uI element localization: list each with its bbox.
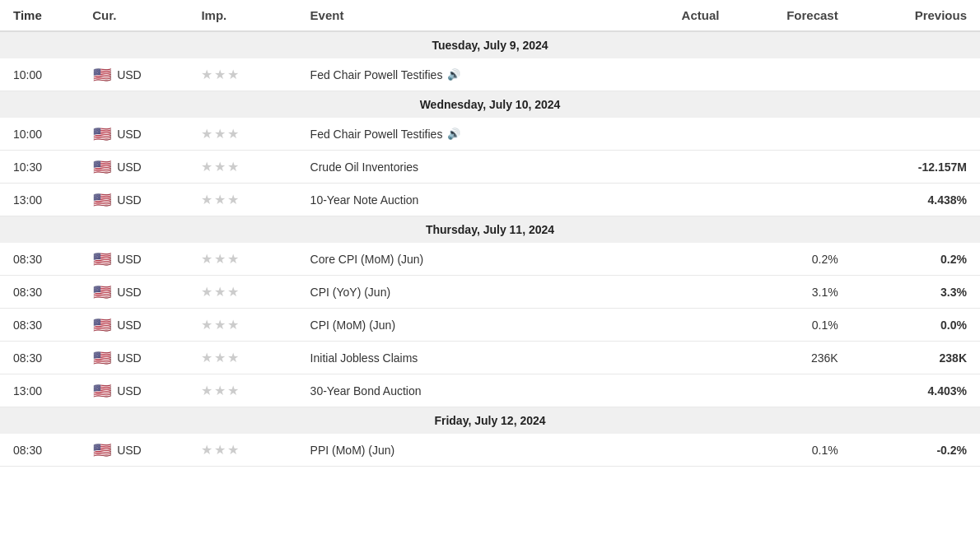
event-importance: ★★★ — [188, 342, 296, 374]
event-forecast — [732, 58, 851, 91]
event-previous — [852, 118, 980, 151]
event-time: 10:00 — [0, 118, 79, 151]
event-name-cell: PPI (MoM) (Jun) — [297, 434, 634, 467]
event-forecast: 3.1% — [732, 276, 851, 309]
star-icon: ★ — [227, 192, 239, 207]
event-previous: 4.403% — [852, 374, 980, 407]
event-label[interactable]: Core CPI (MoM) (Jun) — [310, 253, 424, 266]
event-time: 10:00 — [0, 58, 79, 91]
event-name-cell: 10-Year Note Auction — [297, 184, 634, 216]
event-actual — [633, 184, 732, 216]
event-label[interactable]: Crude Oil Inventories — [310, 160, 419, 174]
flag-icon: 🇺🇸 — [92, 127, 112, 142]
table-row: 08:30🇺🇸USD★★★Core CPI (MoM) (Jun)0.2%0.2… — [0, 243, 980, 276]
event-importance: ★★★ — [188, 58, 296, 91]
star-icon: ★ — [214, 317, 226, 332]
event-name-cell: Core CPI (MoM) (Jun) — [297, 243, 634, 276]
event-forecast — [732, 374, 851, 407]
event-time: 08:30 — [0, 243, 79, 276]
event-label[interactable]: Initial Jobless Claims — [310, 351, 418, 365]
star-icon: ★ — [227, 383, 239, 398]
col-header-forecast: Forecast — [732, 0, 851, 31]
star-icon: ★ — [214, 159, 226, 174]
star-icon: ★ — [201, 284, 212, 300]
event-previous: 3.3% — [852, 276, 980, 309]
event-currency: 🇺🇸USD — [79, 374, 188, 407]
event-currency: 🇺🇸USD — [79, 243, 188, 276]
currency-label: USD — [117, 193, 142, 207]
event-label[interactable]: 10-Year Note Auction — [310, 193, 419, 207]
star-icon: ★ — [201, 383, 212, 398]
currency-label: USD — [117, 319, 142, 332]
speaker-icon: 🔊 — [447, 128, 460, 140]
star-icon: ★ — [227, 67, 239, 82]
star-icon: ★ — [201, 67, 212, 82]
event-forecast — [732, 184, 851, 216]
table-row: 10:00🇺🇸USD★★★Fed Chair Powell Testifies🔊 — [0, 118, 980, 151]
event-actual — [633, 342, 732, 374]
event-label[interactable]: Fed Chair Powell Testifies — [310, 128, 443, 141]
star-icon: ★ — [201, 251, 212, 267]
event-label[interactable]: CPI (MoM) (Jun) — [310, 319, 395, 332]
event-name-cell: CPI (YoY) (Jun) — [297, 276, 634, 309]
event-importance: ★★★ — [188, 309, 296, 342]
event-importance: ★★★ — [188, 184, 296, 216]
col-header-imp: Imp. — [188, 0, 296, 31]
currency-label: USD — [117, 160, 142, 174]
star-icon: ★ — [214, 192, 226, 207]
event-actual — [633, 309, 732, 342]
event-label[interactable]: CPI (YoY) (Jun) — [310, 286, 391, 299]
event-currency: 🇺🇸USD — [79, 434, 188, 467]
event-actual — [633, 243, 732, 276]
currency-label: USD — [117, 253, 142, 266]
day-header-row: Tuesday, July 9, 2024 — [0, 31, 980, 58]
table-row: 10:30🇺🇸USD★★★Crude Oil Inventories-12.15… — [0, 151, 980, 184]
event-previous: 0.0% — [852, 309, 980, 342]
event-name-cell: 30-Year Bond Auction — [297, 374, 634, 407]
day-header-row: Friday, July 12, 2024 — [0, 407, 980, 435]
event-previous: 0.2% — [852, 243, 980, 276]
star-icon: ★ — [214, 350, 226, 365]
event-importance: ★★★ — [188, 374, 296, 407]
day-header-label: Thursday, July 11, 2024 — [0, 216, 980, 244]
table-row: 08:30🇺🇸USD★★★CPI (YoY) (Jun)3.1%3.3% — [0, 276, 980, 309]
event-name-cell: CPI (MoM) (Jun) — [297, 309, 634, 342]
event-label[interactable]: 30-Year Bond Auction — [310, 384, 422, 398]
star-icon: ★ — [227, 317, 239, 332]
event-label[interactable]: PPI (MoM) (Jun) — [310, 444, 395, 457]
event-previous: 238K — [852, 342, 980, 374]
col-header-event: Event — [297, 0, 634, 31]
star-icon: ★ — [201, 350, 212, 365]
event-previous: -0.2% — [852, 434, 980, 467]
day-header-label: Tuesday, July 9, 2024 — [0, 31, 980, 58]
star-icon: ★ — [214, 383, 226, 398]
event-currency: 🇺🇸USD — [79, 309, 188, 342]
event-name-cell: Crude Oil Inventories — [297, 151, 634, 184]
event-time: 13:00 — [0, 184, 79, 216]
event-forecast — [732, 151, 851, 184]
event-name-cell: Fed Chair Powell Testifies🔊 — [297, 58, 634, 91]
day-header-row: Thursday, July 11, 2024 — [0, 216, 980, 244]
currency-label: USD — [117, 384, 142, 398]
col-header-previous: Previous — [852, 0, 980, 31]
event-actual — [633, 374, 732, 407]
event-time: 13:00 — [0, 374, 79, 407]
flag-icon: 🇺🇸 — [92, 193, 112, 207]
star-icon: ★ — [214, 126, 226, 142]
event-forecast: 0.2% — [732, 243, 851, 276]
table-row: 08:30🇺🇸USD★★★PPI (MoM) (Jun)0.1%-0.2% — [0, 434, 980, 467]
event-name-cell: Fed Chair Powell Testifies🔊 — [297, 118, 634, 151]
day-header-label: Wednesday, July 10, 2024 — [0, 91, 980, 119]
table-row: 13:00🇺🇸USD★★★10-Year Note Auction4.438% — [0, 184, 980, 216]
star-icon: ★ — [201, 126, 212, 142]
event-currency: 🇺🇸USD — [79, 118, 188, 151]
flag-icon: 🇺🇸 — [92, 384, 112, 398]
event-actual — [633, 151, 732, 184]
star-icon: ★ — [227, 350, 239, 365]
event-time: 08:30 — [0, 342, 79, 374]
event-importance: ★★★ — [188, 151, 296, 184]
table-row: 13:00🇺🇸USD★★★30-Year Bond Auction4.403% — [0, 374, 980, 407]
event-label[interactable]: Fed Chair Powell Testifies — [310, 68, 443, 81]
event-forecast: 0.1% — [732, 309, 851, 342]
flag-icon: 🇺🇸 — [92, 67, 112, 82]
